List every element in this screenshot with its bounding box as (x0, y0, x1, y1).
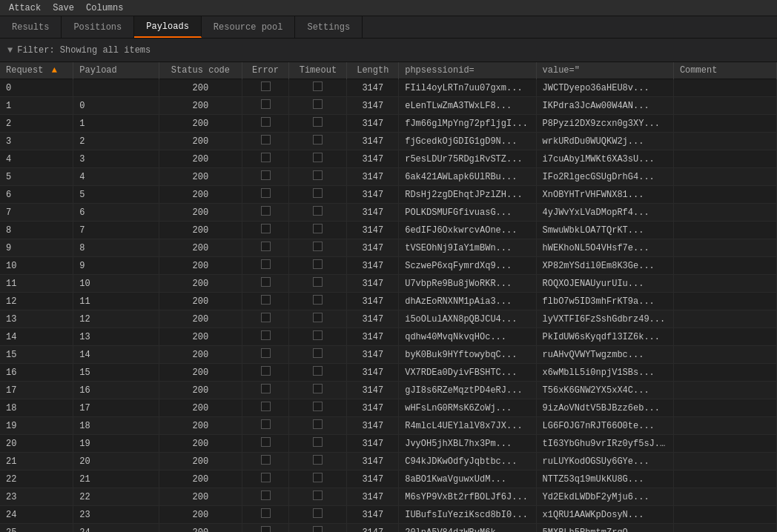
checkbox[interactable] (261, 330, 271, 340)
table-row[interactable]: 21202003147C94kJDKwOdfyJqbtbc...ruLUYKod… (0, 453, 777, 471)
checkbox[interactable] (261, 384, 271, 393)
checkbox[interactable] (261, 135, 271, 144)
checkbox[interactable] (261, 473, 271, 482)
checkbox[interactable] (313, 402, 323, 411)
table-row[interactable]: 652003147RDsHj2zgDEhqtJPzlZH...XnOBYHTrV… (0, 186, 777, 204)
table-row[interactable]: 8720031476edIFJ6OxkwrcvAOne...SmwuWbkLOA… (0, 222, 777, 239)
checkbox[interactable] (261, 419, 271, 429)
tab-positions[interactable]: Positions (62, 16, 134, 38)
table-row[interactable]: 17162003147gJI8s6RZeMqztPD4eRJ...T56xK6G… (0, 382, 777, 399)
table-row[interactable]: 322003147fjGcedkOjGDIG1gD9N...wrkURdDu0W… (0, 133, 777, 150)
checkbox[interactable] (313, 330, 323, 340)
table-row[interactable]: 13122003147i5oOLulAXN8pQBJCU4...lyVXTFI6… (0, 310, 777, 328)
checkbox[interactable] (261, 402, 271, 411)
menu-save[interactable]: Save (47, 1, 80, 15)
table-cell (73, 79, 159, 97)
checkbox[interactable] (313, 135, 323, 144)
table-row[interactable]: 11102003147U7vbpRe9Bu8jWoRKR...ROQXOJENA… (0, 275, 777, 293)
table-row[interactable]: 14132003147qdhw40MvqNkvqHOc...PkIdUW6sKy… (0, 328, 777, 346)
checkbox[interactable] (313, 82, 323, 91)
col-header-value[interactable]: value=" (536, 62, 673, 79)
checkbox[interactable] (261, 188, 271, 198)
checkbox[interactable] (261, 117, 271, 127)
checkbox[interactable] (261, 508, 271, 518)
table-row[interactable]: 20192003147JvyOH5jhXBL7hx3Pm...tI63YbGhu… (0, 435, 777, 453)
table-row[interactable]: 18172003147wHFsLnG0RMsK6ZoWj...9izAoVNdt… (0, 399, 777, 417)
checkbox[interactable] (313, 259, 323, 269)
checkbox[interactable] (261, 491, 271, 500)
table-cell: 10 (73, 275, 159, 293)
checkbox[interactable] (261, 313, 271, 322)
table-row[interactable]: 23222003147M6sYP9VxBt2rfBOLJf6J...Yd2Ekd… (0, 488, 777, 506)
checkbox[interactable] (313, 313, 323, 322)
checkbox[interactable] (261, 295, 271, 305)
checkbox[interactable] (313, 437, 323, 447)
checkbox[interactable] (261, 224, 271, 233)
col-header-length[interactable]: Length (347, 62, 399, 79)
checkbox[interactable] (313, 473, 323, 482)
checkbox[interactable] (261, 99, 271, 109)
col-header-request[interactable]: Request ▲ (0, 62, 73, 79)
checkbox[interactable] (261, 82, 271, 91)
checkbox[interactable] (261, 170, 271, 180)
checkbox[interactable] (261, 526, 271, 532)
checkbox[interactable] (261, 206, 271, 216)
tab-payloads[interactable]: Payloads (134, 16, 202, 38)
checkbox[interactable] (313, 491, 323, 500)
col-header-php[interactable]: phpsessionid= (399, 62, 536, 79)
checkbox[interactable] (261, 366, 271, 376)
checkbox[interactable] (313, 348, 323, 358)
table-row[interactable]: 15142003147byK0Buk9HYftowybqC...ruAHvQVW… (0, 346, 777, 364)
table-row[interactable]: 12112003147dhAzEoRNXNM1pAia3...flbO7w5ID… (0, 293, 777, 310)
checkbox[interactable] (313, 508, 323, 518)
checkbox[interactable] (261, 153, 271, 162)
checkbox[interactable] (261, 437, 271, 447)
table-row[interactable]: 222120031478aBO1KwaVguwxUdM...NTTZ53q19m… (0, 471, 777, 488)
checkbox[interactable] (313, 526, 323, 532)
table-row[interactable]: 16152003147VX7RDEa0DyivFBSHTC...x6wMblL5… (0, 364, 777, 382)
checkbox[interactable] (313, 455, 323, 465)
table-row[interactable]: 24232003147IUBufsIuYeziKscd8bI0...x1QRU1… (0, 506, 777, 524)
col-header-error[interactable]: Error (242, 62, 289, 79)
tab-results[interactable]: Results (0, 16, 62, 38)
table-row[interactable]: 1092003147SczweP6xqFymrdXq9...XP82mYSdil… (0, 257, 777, 275)
menu-columns[interactable]: Columns (80, 1, 129, 15)
col-header-comment[interactable]: Comment (673, 62, 776, 79)
table-row[interactable]: 982003147tVSEOhNj9IaY1mBWn...hWEKhoNL5O4… (0, 239, 777, 257)
col-header-status[interactable]: Status code (159, 62, 242, 79)
table-row[interactable]: 19182003147R4mlcL4UEYlalV8x7JX...LG6FOJG… (0, 417, 777, 435)
table-row[interactable]: 5420031476ak421AWLapk6UlRBu...IFo2RlgecG… (0, 168, 777, 186)
checkbox[interactable] (313, 242, 323, 251)
table-row[interactable]: 212003147fJm66glMpYng72pfljgI...P8Pyzi2D… (0, 115, 777, 133)
checkbox[interactable] (261, 455, 271, 465)
table-row[interactable]: 02003147FIil4oyLRTn7uu07gxm...JWCTDyepo3… (0, 79, 777, 97)
checkbox[interactable] (313, 224, 323, 233)
table-row[interactable]: 432003147r5esLDUr75RDgiRvSTZ...i7cuAbylM… (0, 150, 777, 168)
checkbox[interactable] (313, 170, 323, 180)
checkbox[interactable] (313, 117, 323, 127)
checkbox[interactable] (313, 153, 323, 162)
table-row[interactable]: 762003147POLKDSMUFGfivuasG...4yJWvYxLVaD… (0, 204, 777, 222)
checkbox[interactable] (261, 259, 271, 269)
table-row[interactable]: 102003147eLenTLwZmA3TWxLF8...IKPdra3JcAw… (0, 97, 777, 115)
tab-settings[interactable]: Settings (295, 16, 363, 38)
results-table-container[interactable]: Request ▲ Payload Status code Error Time… (0, 62, 777, 532)
col-header-payload[interactable]: Payload (73, 62, 159, 79)
table-row[interactable]: 2524200314720lnA5V84dzWBvM6k5MXBLh5Rhmtm… (0, 524, 777, 533)
checkbox[interactable] (313, 206, 323, 216)
checkbox[interactable] (313, 295, 323, 305)
checkbox[interactable] (313, 99, 323, 109)
checkbox[interactable] (313, 366, 323, 376)
col-header-timeout[interactable]: Timeout (289, 62, 347, 79)
checkbox[interactable] (261, 277, 271, 287)
checkbox[interactable] (261, 348, 271, 358)
menu-attack[interactable]: Attack (3, 1, 47, 15)
checkbox[interactable] (313, 384, 323, 393)
checkbox[interactable] (313, 188, 323, 198)
table-cell: 16 (73, 382, 159, 399)
tab-resource-pool[interactable]: Resource pool (202, 16, 296, 38)
checkbox[interactable] (261, 242, 271, 251)
checkbox[interactable] (313, 419, 323, 429)
table-cell: XnOBYHTrVHFWNX81... (536, 186, 673, 204)
checkbox[interactable] (313, 277, 323, 287)
